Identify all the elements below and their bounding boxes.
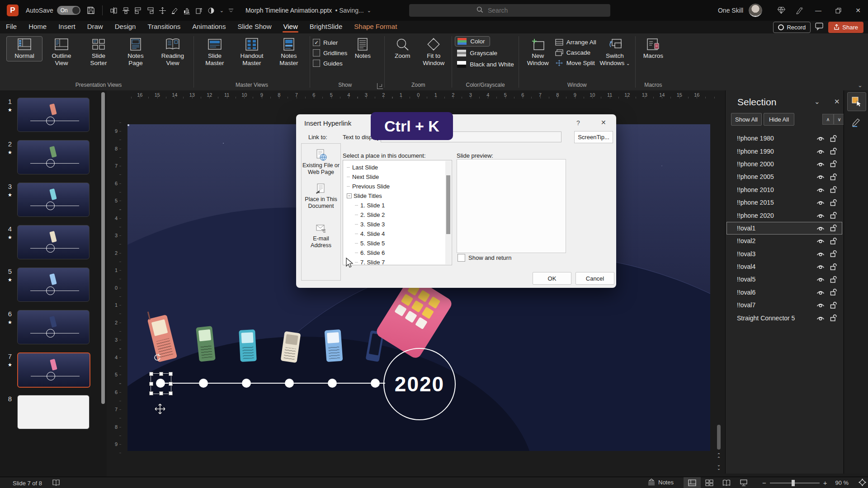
thumbnail-scrollbar[interactable] — [101, 92, 105, 404]
unlock-icon[interactable] — [827, 147, 839, 155]
thumbnail-image[interactable] — [17, 183, 90, 217]
tree-group-slide-titles[interactable]: − Slide Titles — [343, 191, 452, 201]
slide-sorter-button[interactable]: Slide Sorter — [80, 36, 117, 69]
tree-slide-item[interactable]: 5. Slide 5 — [343, 239, 452, 248]
minimize-button[interactable]: — — [808, 0, 828, 21]
selection-list-item[interactable]: !!oval2 — [726, 235, 842, 247]
search-box[interactable] — [409, 4, 610, 17]
qat-overflow-icon[interactable] — [228, 8, 234, 13]
unlock-icon[interactable] — [827, 250, 839, 258]
cancel-button[interactable]: Cancel — [576, 272, 614, 285]
macros-button[interactable]: Macros — [638, 36, 668, 61]
ribbon-tab[interactable]: Animations — [186, 21, 231, 33]
unlock-icon[interactable] — [827, 173, 839, 181]
selection-list-item[interactable]: !!phone 2010 — [726, 183, 842, 196]
reading-view-button[interactable] — [718, 477, 735, 488]
unlock-icon[interactable] — [827, 301, 839, 309]
user-name[interactable]: One Skill — [718, 7, 743, 14]
slide-thumbnail[interactable]: 4 ★ — [3, 225, 107, 258]
unlock-icon[interactable] — [827, 276, 839, 283]
selection-list-item[interactable]: !!phone 1990 — [726, 145, 842, 157]
normal-view-button[interactable]: Normal — [6, 36, 42, 61]
black-and-white-button[interactable]: Black and White — [455, 60, 516, 69]
rotate-handle-icon[interactable] — [154, 354, 162, 364]
next-slide-button[interactable]: ⌄⌄ — [716, 463, 722, 470]
timeline-dot-2[interactable] — [199, 379, 208, 388]
slide-indicator[interactable]: Slide 7 of 8 — [13, 480, 42, 487]
thumbnail-image[interactable] — [17, 395, 90, 429]
screentip-button[interactable]: ScreenTip... — [574, 131, 613, 143]
visibility-eye-icon[interactable] — [814, 212, 827, 219]
align-center-icon[interactable] — [122, 7, 130, 14]
position-icon[interactable] — [159, 7, 166, 14]
visibility-eye-icon[interactable] — [814, 199, 827, 206]
ribbon-tab[interactable]: Shape Format — [348, 21, 403, 33]
ok-button[interactable]: OK — [533, 272, 571, 285]
tree-slide-item[interactable]: 3. Slide 3 — [343, 220, 452, 229]
ribbon-tab[interactable]: File — [0, 21, 23, 33]
thumbnail-image[interactable] — [17, 352, 90, 388]
fill-color-icon[interactable] — [171, 7, 179, 14]
show-and-return-checkbox[interactable]: Show and return — [458, 254, 511, 262]
comments-icon[interactable] — [815, 23, 824, 32]
tree-slide-item[interactable]: 2. Slide 2 — [343, 210, 452, 220]
ribbon-tab[interactable]: View — [277, 21, 303, 33]
selection-list-item[interactable]: !!oval3 — [726, 248, 842, 260]
document-places-tree[interactable]: Last SlideNext SlidePrevious Slide − Sli… — [343, 160, 452, 265]
option-email-address[interactable]: E-mail Address — [302, 220, 340, 253]
unlock-icon[interactable] — [827, 288, 839, 296]
premium-diamond-icon[interactable] — [772, 0, 790, 21]
tree-item[interactable]: Next Slide — [343, 172, 452, 182]
ribbon-tab[interactable]: Insert — [52, 21, 81, 33]
autosave-toggle[interactable]: On — [57, 6, 80, 15]
selection-list-item[interactable]: !!oval1 — [726, 222, 842, 235]
selection-list-item[interactable]: !!phone 2000 — [726, 158, 842, 170]
selection-pane-toggle-icon[interactable] — [847, 92, 866, 111]
selection-list-item[interactable]: !!oval4 — [726, 260, 842, 273]
spellcheck-icon[interactable] — [52, 479, 60, 488]
search-input[interactable] — [487, 6, 543, 14]
visibility-eye-icon[interactable] — [814, 238, 827, 244]
dialog-close-icon[interactable]: ✕ — [601, 119, 606, 126]
previous-slide-button[interactable]: ⌃⌃ — [716, 453, 722, 460]
slide-thumbnail[interactable]: 7 ★ — [3, 352, 107, 386]
visibility-eye-icon[interactable] — [814, 148, 827, 155]
notes-button[interactable]: Notes — [348, 36, 377, 61]
notes-toggle[interactable]: Notes — [647, 479, 674, 486]
cascade-button[interactable]: Cascade — [555, 49, 596, 56]
timeline-dot-6[interactable] — [371, 379, 380, 388]
visibility-eye-icon[interactable] — [814, 135, 827, 141]
close-pane-icon[interactable]: ✕ — [834, 98, 840, 106]
tree-slide-item[interactable]: 6. Slide 6 — [343, 248, 452, 258]
timeline-dot-5[interactable] — [328, 379, 337, 388]
thumbnail-image[interactable] — [17, 225, 90, 259]
visibility-eye-icon[interactable] — [814, 174, 827, 180]
selection-list-item[interactable]: !!phone 2020 — [726, 209, 842, 221]
ribbon-tab[interactable]: Home — [23, 21, 52, 33]
arrange-all-button[interactable]: Arrange All — [555, 39, 596, 46]
chart-icon[interactable] — [183, 7, 191, 14]
ribbon-tab[interactable]: Design — [109, 21, 142, 33]
slide-thumbnail[interactable]: 6 ★ — [3, 310, 107, 343]
slide-thumbnail[interactable]: 5 ★ — [3, 267, 107, 301]
slideshow-view-button[interactable] — [735, 477, 752, 488]
notes-page-button[interactable]: Notes Page — [118, 36, 154, 69]
scrollbar-thumb[interactable] — [717, 425, 721, 450]
zoom-slider-thumb[interactable] — [792, 480, 795, 486]
zoom-in-button[interactable]: + — [823, 479, 827, 487]
switch-windows-button[interactable]: Switch Windows ⌄ — [597, 36, 632, 69]
unlock-icon[interactable] — [827, 135, 839, 142]
timeline-dot-4[interactable] — [285, 379, 294, 388]
selection-list-item[interactable]: !!oval7 — [726, 299, 842, 311]
selection-list-item[interactable]: Straight Connector 5 — [726, 311, 842, 324]
tree-slide-item[interactable]: 1. Slide 1 — [343, 201, 452, 210]
guides-checkbox[interactable]: Guides — [313, 60, 347, 67]
outline-view-button[interactable]: Outline View — [43, 36, 80, 69]
color-button[interactable]: Color — [455, 36, 490, 47]
visibility-eye-icon[interactable] — [814, 263, 827, 270]
unlock-icon[interactable] — [827, 224, 839, 232]
canvas-scrollbar[interactable]: ⌃⌃ ⌄⌄ — [716, 102, 722, 472]
thumbnail-image[interactable] — [17, 310, 90, 344]
fit-slide-icon[interactable] — [859, 479, 866, 488]
fit-to-window-button[interactable]: Fit to Window — [418, 36, 449, 69]
